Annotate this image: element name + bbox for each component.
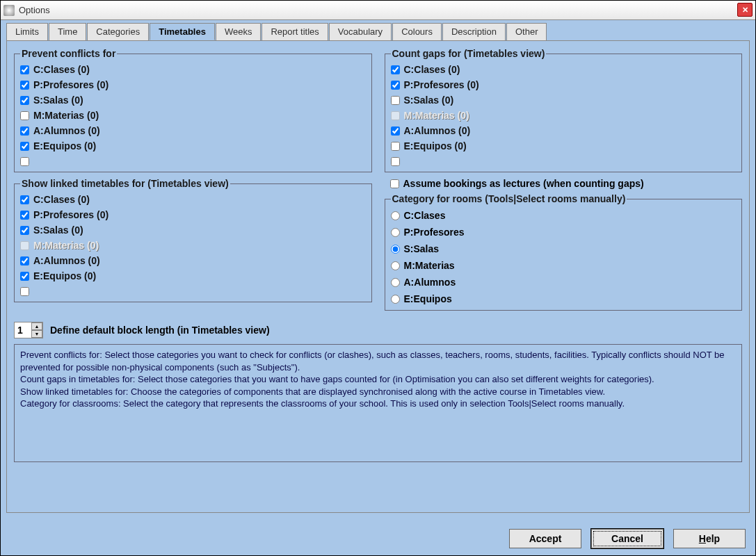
count-gaps-item-checkbox	[391, 111, 400, 120]
count-gaps-item-label: E:Equipos (0)	[404, 140, 467, 152]
prevent-item-label: E:Equipos (0)	[33, 140, 96, 152]
tab-other[interactable]: Other	[506, 23, 547, 40]
show-linked-item-row	[20, 284, 366, 299]
prevent-item-label: C:Clases (0)	[33, 64, 90, 75]
assume-bookings-checkbox[interactable]	[390, 179, 399, 188]
prevent-item-checkbox[interactable]	[20, 142, 29, 151]
show-linked-item-label: E:Equipos (0)	[33, 270, 96, 281]
assume-bookings-row: Assume bookings as lectures (when counti…	[390, 178, 743, 189]
show-linked-item-row: M:Materias (0)	[20, 238, 366, 253]
spinner-up-icon[interactable]: ▲	[31, 322, 42, 330]
tab-vocabulary[interactable]: Vocabulary	[329, 23, 392, 40]
help-button[interactable]: Help	[673, 529, 746, 548]
prevent-item-checkbox[interactable]	[20, 111, 29, 120]
tab-limits[interactable]: Limits	[6, 23, 48, 40]
group-count-gaps: Count gaps for (Timetables view) C:Clase…	[385, 48, 743, 172]
tab-weeks[interactable]: Weeks	[216, 23, 262, 40]
category-room-row: A:Alumnos	[391, 274, 737, 291]
show-linked-item-row: P:Profesores (0)	[20, 207, 366, 222]
block-length-input[interactable]	[15, 325, 31, 336]
prevent-item-checkbox[interactable]	[20, 65, 29, 74]
prevent-item-label: P:Profesores (0)	[33, 79, 108, 90]
prevent-item-label: S:Salas (0)	[33, 95, 83, 106]
category-room-row: E:Equipos	[391, 291, 737, 307]
count-gaps-item-checkbox[interactable]	[391, 157, 400, 166]
category-room-radio[interactable]	[391, 245, 400, 254]
prevent-item-label: M:Materias (0)	[33, 110, 99, 121]
accept-button[interactable]: Accept	[509, 529, 581, 548]
count-gaps-item-row: S:Salas (0)	[391, 92, 737, 108]
assume-bookings-label: Assume bookings as lectures (when counti…	[403, 178, 644, 189]
count-gaps-item-row: A:Alumnos (0)	[391, 123, 737, 138]
count-gaps-item-row: M:Materias (0)	[391, 108, 737, 123]
category-room-label: E:Equipos	[404, 293, 452, 304]
tab-description[interactable]: Description	[442, 23, 506, 40]
category-room-label: M:Materias	[404, 260, 455, 271]
legend-category-rooms: Category for rooms (Tools|Select rooms m…	[391, 193, 627, 204]
group-category-rooms: Category for rooms (Tools|Select rooms m…	[385, 193, 743, 311]
count-gaps-item-label: A:Alumnos (0)	[404, 125, 471, 136]
spinner-down-icon[interactable]: ▼	[31, 330, 42, 338]
category-room-row: C:Clases	[391, 207, 737, 224]
count-gaps-item-label: P:Profesores (0)	[404, 79, 479, 90]
tab-time[interactable]: Time	[49, 23, 86, 40]
category-room-radio[interactable]	[391, 278, 400, 287]
count-gaps-item-row: C:Clases (0)	[391, 62, 737, 77]
count-gaps-item-checkbox[interactable]	[391, 126, 400, 136]
category-room-radio[interactable]	[391, 211, 400, 220]
tab-panel-timetables: Prevent conflicts for C:Clases (0)P:Prof…	[6, 40, 750, 513]
count-gaps-item-row: P:Profesores (0)	[391, 77, 737, 92]
show-linked-item-checkbox[interactable]	[20, 272, 29, 281]
category-room-label: P:Profesores	[404, 227, 465, 238]
legend-count-gaps: Count gaps for (Timetables view)	[391, 48, 547, 59]
show-linked-item-checkbox[interactable]	[20, 211, 29, 220]
prevent-item-checkbox[interactable]	[20, 126, 29, 136]
show-linked-item-label: P:Profesores (0)	[33, 209, 108, 220]
prevent-item-row: E:Equipos (0)	[20, 138, 366, 154]
legend-prevent: Prevent conflicts for	[20, 48, 117, 59]
count-gaps-item-checkbox[interactable]	[391, 81, 400, 90]
count-gaps-item-checkbox[interactable]	[391, 96, 400, 105]
tab-strip: LimitsTimeCategoriesTimetablesWeeksRepor…	[1, 20, 755, 40]
show-linked-item-label: A:Alumnos (0)	[33, 255, 100, 266]
show-linked-item-checkbox[interactable]	[20, 226, 29, 235]
tab-report-titles[interactable]: Report titles	[262, 23, 328, 40]
tab-colours[interactable]: Colours	[392, 23, 442, 40]
category-room-radio[interactable]	[391, 228, 400, 237]
show-linked-item-label: C:Clases (0)	[33, 194, 90, 205]
show-linked-item-checkbox[interactable]	[20, 256, 29, 265]
count-gaps-item-label: S:Salas (0)	[404, 95, 454, 106]
count-gaps-item-label: C:Clases (0)	[404, 64, 460, 75]
prevent-item-row: A:Alumnos (0)	[20, 123, 366, 138]
show-linked-item-checkbox[interactable]	[20, 287, 29, 296]
show-linked-item-row: C:Clases (0)	[20, 192, 366, 207]
count-gaps-item-row: E:Equipos (0)	[391, 138, 737, 154]
tab-timetables[interactable]: Timetables	[150, 23, 215, 40]
titlebar: Options ✕	[1, 1, 755, 20]
block-length-label: Define default block length (in Timetabl…	[50, 325, 270, 336]
prevent-item-checkbox[interactable]	[20, 96, 29, 105]
prevent-item-row: C:Clases (0)	[20, 62, 366, 77]
show-linked-item-label: S:Salas (0)	[33, 224, 83, 236]
count-gaps-item-checkbox[interactable]	[391, 142, 400, 151]
category-room-radio[interactable]	[391, 295, 400, 304]
prevent-item-checkbox[interactable]	[20, 157, 29, 166]
cancel-button[interactable]: Cancel	[591, 529, 663, 548]
block-length-row: ▲ ▼ Define default block length (in Time…	[14, 322, 742, 338]
help-text-box: Prevent conflicts for: Select those cate…	[14, 344, 742, 462]
category-room-label: C:Clases	[404, 210, 446, 221]
count-gaps-item-row	[391, 154, 737, 169]
prevent-item-checkbox[interactable]	[20, 81, 29, 90]
close-icon[interactable]: ✕	[737, 3, 753, 17]
prevent-item-row	[20, 154, 366, 169]
tab-categories[interactable]: Categories	[87, 23, 149, 40]
block-length-spinner[interactable]: ▲ ▼	[14, 322, 43, 338]
show-linked-item-row: S:Salas (0)	[20, 222, 366, 238]
window-title: Options	[19, 5, 50, 15]
show-linked-item-checkbox[interactable]	[20, 195, 29, 204]
category-room-radio[interactable]	[391, 261, 400, 270]
show-linked-item-checkbox	[20, 241, 29, 250]
group-show-linked: Show linked timetables for (Timetables v…	[14, 178, 372, 302]
count-gaps-item-checkbox[interactable]	[391, 65, 400, 74]
category-room-label: S:Salas	[404, 243, 440, 254]
